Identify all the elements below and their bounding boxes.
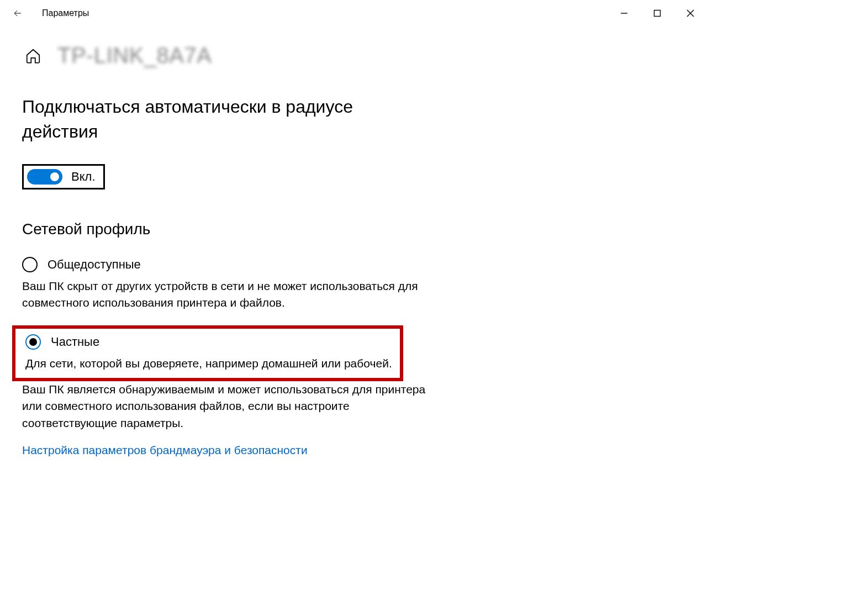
content: TP-LINK_8A7A Подключаться автоматически …	[0, 27, 707, 457]
radio-private[interactable]: Частные	[25, 334, 392, 350]
toggle-knob	[50, 172, 59, 181]
radio-desc-private-rest: Ваш ПК является обнаруживаемым и может и…	[22, 381, 431, 431]
auto-connect-heading: Подключаться автоматически в радиусе дей…	[22, 94, 365, 144]
radio-desc-public: Ваш ПК скрыт от других устройств в сети …	[22, 278, 431, 312]
app-title: Параметры	[42, 8, 89, 18]
home-icon	[25, 48, 41, 64]
radio-public[interactable]: Общедоступные	[22, 257, 685, 272]
auto-connect-toggle-wrap: Вкл.	[22, 164, 105, 189]
maximize-icon	[653, 9, 661, 17]
window-controls	[608, 2, 707, 24]
firewall-settings-link[interactable]: Настройка параметров брандмауэра и безоп…	[22, 444, 308, 457]
page-header: TP-LINK_8A7A	[22, 43, 685, 68]
minimize-icon	[620, 9, 628, 17]
radio-inner-dot	[29, 338, 37, 346]
maximize-button[interactable]	[641, 2, 674, 24]
close-button[interactable]	[674, 2, 707, 24]
back-button[interactable]	[7, 2, 29, 24]
svg-rect-1	[654, 10, 661, 17]
radio-label-private: Частные	[51, 335, 99, 349]
network-profile-heading: Сетевой профиль	[22, 220, 685, 238]
titlebar-left: Параметры	[7, 2, 89, 24]
toggle-state-label: Вкл.	[71, 170, 96, 184]
arrow-left-icon	[12, 8, 23, 19]
radio-label-public: Общедоступные	[47, 257, 141, 272]
close-icon	[687, 9, 694, 17]
network-name: TP-LINK_8A7A	[57, 43, 212, 68]
radio-icon	[22, 257, 38, 272]
radio-icon-selected	[25, 334, 41, 350]
radio-desc-private-line1: Для сети, которой вы доверяете, например…	[25, 355, 392, 372]
auto-connect-toggle[interactable]	[27, 169, 62, 185]
minimize-button[interactable]	[608, 2, 641, 24]
titlebar: Параметры	[0, 0, 707, 27]
home-button[interactable]	[22, 45, 44, 67]
highlight-annotation: Частные Для сети, которой вы доверяете, …	[12, 325, 403, 381]
